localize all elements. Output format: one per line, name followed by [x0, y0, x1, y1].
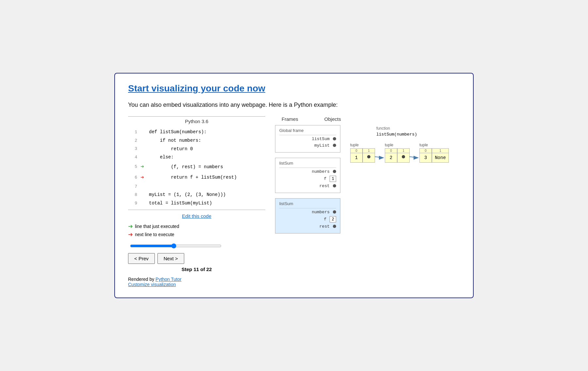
frame2-var-rest-name: rest [310, 224, 330, 229]
tuple-cell-idx-2-1: 1 [398, 149, 409, 153]
global-var-listSum-name: listSum [310, 137, 330, 141]
tuple-cell-group-2-0: 0 2 [385, 148, 397, 163]
frames-col: Global frame listSum myList lis [275, 125, 340, 239]
code-line-4: 4 else: [128, 153, 265, 162]
customize-link[interactable]: Customize visualization [128, 282, 265, 287]
slider-row [128, 243, 265, 249]
line-code-3: return 0 [149, 145, 193, 153]
frame1-var-rest-name: rest [310, 184, 330, 188]
line-code-6: return f + listSum(rest) [149, 174, 237, 182]
visualization-wrapper: Python 3.6 1 def listSum(numbers): 2 if … [128, 116, 460, 288]
title-link[interactable]: Start visualizing your code now [128, 83, 265, 94]
line-code-9: total = listSum(myList) [149, 200, 212, 207]
line-num-9: 9 [128, 200, 137, 207]
tuple-cell-idx-3-1: 1 [432, 149, 449, 153]
code-line-3: 3 return 0 [128, 145, 265, 153]
tuple-group: tuple 0 1 1 [350, 143, 460, 163]
frame1-row-rest: rest [279, 184, 336, 188]
prev-button[interactable]: < Prev [128, 253, 155, 264]
tuple-box-2: tuple 0 2 1 [385, 143, 410, 163]
tuple-cells-3: 0 3 1 None [419, 148, 449, 163]
global-frame-row-myList: myList [279, 143, 336, 148]
legend-green-arrow-icon: ➜ [128, 223, 133, 230]
listsum-frame2-title: listSum [279, 201, 336, 206]
tuple-label-2: tuple [385, 143, 393, 147]
tuple-cell-val-3-0: 3 [420, 153, 432, 162]
tuple-cells-1: 0 1 1 [350, 148, 375, 163]
legend-item-green: ➜ line that just executed [128, 223, 265, 230]
tuple-cell-group-1-1: 1 [363, 148, 375, 163]
code-section: Python 3.6 1 def listSum(numbers): 2 if … [128, 116, 265, 210]
line-num-8: 8 [128, 191, 137, 199]
red-arrow-icon: ➜ [140, 173, 144, 183]
function-name: listSum(numbers) [376, 132, 417, 137]
frame1-row-numbers: numbers [279, 169, 336, 174]
listsum-frame1-box: listSum numbers f 1 rest [275, 158, 340, 193]
line-num-6: 6 [128, 174, 137, 181]
edit-this-code-link[interactable]: Edit this code [128, 213, 265, 219]
tuple-cell-group-3-1: 1 None [432, 148, 449, 163]
tuple-cell-val-3-1: None [432, 153, 449, 162]
frame2-var-f-val: 2 [330, 216, 336, 222]
viz-area: Global frame listSum myList lis [275, 125, 460, 239]
line-code-2: if not numbers: [149, 137, 201, 145]
frame1-var-numbers-name: numbers [310, 169, 330, 174]
tuple-cell-idx-2-0: 0 [385, 149, 397, 153]
frame1-var-f-name: f [307, 176, 326, 181]
step-label: Step 11 of 22 [128, 266, 265, 272]
global-var-myList-name: myList [310, 143, 330, 148]
frame1-rest-pointer [333, 184, 336, 187]
frame1-numbers-pointer [333, 170, 336, 173]
tuple-label-1: tuple [350, 143, 359, 147]
code-line-7: 7 [128, 183, 265, 191]
line-arrow-5: ➜ [140, 162, 149, 172]
listsum-frame2-box: listSum numbers f 2 rest [275, 198, 340, 234]
tuple-box-1: tuple 0 1 1 [350, 143, 375, 163]
tuple-cell-val-2-1 [398, 153, 409, 160]
legend-green-text: line that just executed [135, 224, 179, 229]
code-line-6: 6 ➜ return f + listSum(rest) [128, 172, 265, 183]
tuple-cell-group-1-0: 0 1 [350, 148, 363, 163]
frame2-row-rest: rest [279, 224, 336, 229]
global-frame-box: Global frame listSum myList [275, 125, 340, 153]
python-tutor-link[interactable]: Python Tutor [155, 277, 181, 282]
frame2-row-numbers: numbers [279, 210, 336, 215]
line-num-1: 1 [128, 129, 137, 136]
tuple-box-3: tuple 0 3 1 None [419, 143, 449, 163]
global-listsum-pointer [333, 137, 336, 140]
global-frame-title: Global frame [279, 128, 336, 133]
line-num-4: 4 [128, 154, 137, 161]
frame2-rest-pointer [333, 225, 336, 228]
global-frame-row-listSum: listSum [279, 137, 336, 141]
line-num-3: 3 [128, 145, 137, 153]
frame2-var-numbers-name: numbers [310, 210, 330, 215]
green-arrow-icon: ➜ [140, 162, 144, 172]
tuple-label-3: tuple [419, 143, 428, 147]
tuple-cell-group-3-0: 0 3 [419, 148, 432, 163]
function-object: function listSum(numbers) [376, 125, 460, 137]
tuple-cell-idx-1-0: 0 [351, 149, 362, 153]
legend-red-text: next line to execute [135, 232, 174, 237]
footer-links: Rendered by Python Tutor Customize visua… [128, 277, 265, 287]
tuple-cell-val-1-0: 1 [351, 153, 362, 162]
line-arrow-6: ➜ [140, 173, 149, 183]
subtitle: You can also embed visualizations into a… [128, 102, 460, 108]
legend-item-red: ➜ next line to execute [128, 231, 265, 238]
code-line-5: 5 ➜ (f, rest) = numbers [128, 162, 265, 172]
legend: ➜ line that just executed ➜ next line to… [128, 223, 265, 238]
listsum-frame1-title: listSum [279, 161, 336, 166]
rendered-by-text: Rendered by [128, 277, 154, 282]
next-button[interactable]: Next > [157, 253, 184, 264]
frames-header: Frames [282, 116, 298, 122]
line-code-1: def listSum(numbers): [149, 128, 206, 136]
tuple-cell-group-2-1: 1 [397, 148, 410, 163]
tuple-cell-val-2-0: 2 [385, 153, 397, 162]
tuple1-dot [367, 155, 370, 158]
tuple-cell-idx-1-1: 1 [363, 149, 375, 153]
step-slider[interactable] [130, 243, 221, 249]
line-code-8: myList = (1, (2, (3, None))) [149, 191, 226, 199]
tuple2-dot [402, 155, 405, 158]
tuple-cell-val-1-1 [363, 153, 375, 160]
global-mylist-pointer [333, 144, 336, 147]
frame1-row-f: f 1 [279, 176, 336, 182]
